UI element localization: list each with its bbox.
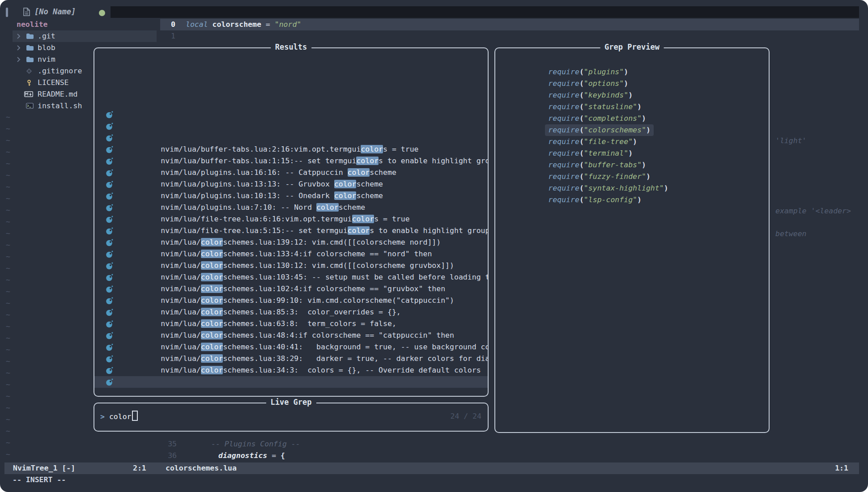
key-icon	[26, 80, 32, 86]
preview-line: require("plugins")	[495, 55, 769, 66]
result-row[interactable]: > nvim/lua/buffer-tabs.lua:2:16:vim.opt.…	[94, 109, 488, 120]
result-row[interactable]: > nvim/lua/colorschemes.lua:13:8: term_c…	[94, 341, 488, 353]
buffer-tab-no-name[interactable]: [No Name]	[23, 5, 76, 18]
require-keyword: require	[548, 91, 579, 99]
file-icon	[23, 8, 30, 16]
result-row[interactable]: > nvim/lua/colorschemes.lua:40:41: backg…	[94, 306, 488, 318]
tabline-fill	[111, 6, 859, 18]
empty-line-tilde: ~	[6, 204, 10, 216]
empty-line-tilde: ~	[6, 367, 10, 379]
tree-item-label: blob	[38, 42, 55, 54]
empty-line-tilde: ~	[6, 390, 10, 402]
bg-snippet-light: 'light'	[775, 135, 807, 147]
tree-item-label: .gitignore	[38, 65, 82, 77]
require-keyword: require	[548, 102, 579, 111]
result-row[interactable]: > nvim/lua/file-tree.lua:5:15:-- set ter…	[94, 190, 488, 202]
result-row[interactable]: > nvim/lua/plugins.lua:10:13: -- Onedark…	[94, 155, 488, 167]
tree-item-label: LICENSE	[38, 77, 69, 89]
lua-file-icon	[106, 239, 113, 246]
module-string: "options"	[584, 79, 624, 88]
empty-line-tilde: ~	[6, 251, 10, 263]
require-keyword: require	[548, 114, 579, 123]
grep-preview-window: Grep Preview require("plugins") require(…	[494, 47, 770, 433]
empty-line-tilde: ~	[6, 449, 10, 460]
lua-file-icon	[106, 204, 113, 212]
empty-line-tilde: ~	[6, 146, 10, 158]
lua-file-icon	[106, 355, 113, 363]
result-row[interactable]: > nvim/lua/plugins.lua:16:16: -- Catppuc…	[94, 132, 488, 144]
require-keyword: require	[548, 68, 579, 76]
result-row[interactable]: > nvim/init.lua:6:10:require("colorschem…	[94, 376, 488, 388]
empty-line-tilde: ~	[6, 321, 10, 332]
lua-file-icon	[106, 146, 113, 153]
statusline-cursor: 1:1	[835, 462, 848, 474]
empty-line-tilde: ~	[6, 332, 10, 344]
result-row[interactable]: > nvim/lua/colorschemes.lua:38:29: darke…	[94, 318, 488, 330]
lua-file-icon	[106, 216, 113, 223]
empty-line-tilde: ~	[6, 379, 10, 390]
search-query: color	[109, 412, 132, 421]
result-row[interactable]: > nvim/lua/buffer-tabs.lua:1:15:-- set t…	[94, 120, 488, 132]
require-keyword: require	[548, 126, 579, 134]
operator-equals: =	[266, 20, 270, 29]
empty-line-tilde: ~	[6, 170, 10, 181]
markdown-icon	[24, 91, 33, 97]
tree-item-label: README.md	[38, 89, 77, 100]
tab-label: [No Name]	[34, 7, 76, 16]
result-row[interactable]: > nvim/lua/colorschemes.lua:34:3: colors…	[94, 330, 488, 341]
folder-icon	[26, 56, 34, 62]
module-string: "buffer-tabs"	[584, 161, 642, 169]
result-row[interactable]: > nvim/lua/colorschemes.lua:3:4:if color…	[94, 353, 488, 365]
line-number-0: 0	[157, 19, 175, 30]
lua-file-icon	[106, 344, 113, 351]
result-row[interactable]: > nvim/lua/file-tree.lua:6:16:vim.opt.te…	[94, 178, 488, 190]
result-row[interactable]: > nvim/lua/plugins.lua:7:10: -- Nord col…	[94, 167, 488, 178]
result-row[interactable]: > nvim/lua/plugins.lua:13:13: -- Gruvbox…	[94, 144, 488, 155]
require-keyword: require	[548, 149, 579, 157]
module-string: "syntax-highlight"	[584, 184, 664, 192]
identifier-colorscheme: colorscheme	[213, 20, 261, 29]
empty-line-tilde: ~	[6, 356, 10, 367]
bg-snippet-between: between	[775, 228, 807, 240]
result-row[interactable]: > nvim/lua/colorschemes.lua:102:4:if col…	[94, 248, 488, 260]
result-row[interactable]: > nvim/lua/colorschemes.lua:1:7:local co…	[94, 365, 488, 376]
result-row[interactable]: > nvim/lua/colorschemes.lua:130:12: vim.…	[94, 225, 488, 237]
result-row[interactable]: > nvim/lua/colorschemes.lua:139:12: vim.…	[94, 202, 488, 213]
tree-item-git[interactable]: .git	[13, 30, 157, 42]
results-title: Results	[271, 42, 312, 51]
git-diamond-icon	[26, 68, 32, 74]
result-row[interactable]: > nvim/lua/colorschemes.lua:48:4:if colo…	[94, 295, 488, 306]
live-grep-input[interactable]: > color	[100, 411, 138, 423]
prompt-icon: >	[100, 412, 105, 421]
code-line-35: -- Plugins Config --	[211, 438, 300, 450]
module-string: "terminal"	[584, 149, 628, 157]
grep-preview-title: Grep Preview	[600, 42, 664, 51]
lua-file-icon	[106, 169, 113, 177]
result-row[interactable]: > nvim/lua/colorschemes.lua:99:10: vim.c…	[94, 260, 488, 271]
empty-line-tilde: ~	[6, 135, 10, 146]
module-string: "fuzzy-finder"	[584, 172, 646, 181]
results-window: Results > nvim/lua/buffer-tabs.lua:2:16:…	[94, 47, 489, 397]
result-row[interactable]: > nvim/lua/colorschemes.lua:63:8: term_c…	[94, 283, 488, 295]
empty-line-tilde: ~	[6, 181, 10, 193]
result-row[interactable]: > nvim/lua/colorschemes.lua:133:4:if col…	[94, 213, 488, 225]
grep-preview-list: require("plugins") require("options") re…	[495, 55, 769, 206]
lua-file-icon	[106, 274, 113, 281]
result-row[interactable]: > nvim/lua/colorschemes.lua:85:3: color_…	[94, 271, 488, 283]
tree-item-label: .git	[38, 30, 55, 42]
lua-file-icon	[106, 309, 113, 316]
match-count: 24 / 24	[450, 411, 481, 422]
empty-line-tilde: ~	[6, 286, 10, 297]
bg-snippet-leader: example '<leader>	[775, 205, 851, 217]
module-string: "keybinds"	[584, 91, 628, 99]
empty-line-tilde: ~	[6, 239, 10, 251]
folder-icon	[26, 45, 34, 51]
lua-file-icon	[106, 297, 113, 305]
project-name: neolite	[17, 19, 48, 30]
lua-file-icon	[106, 332, 113, 339]
result-row[interactable]: > nvim/lua/colorschemes.lua:103:45: -- s…	[94, 237, 488, 248]
module-string: "plugins"	[584, 68, 624, 76]
require-keyword: require	[548, 79, 579, 88]
lua-file-icon	[106, 111, 113, 119]
tree-root[interactable]: neolite	[13, 19, 157, 30]
